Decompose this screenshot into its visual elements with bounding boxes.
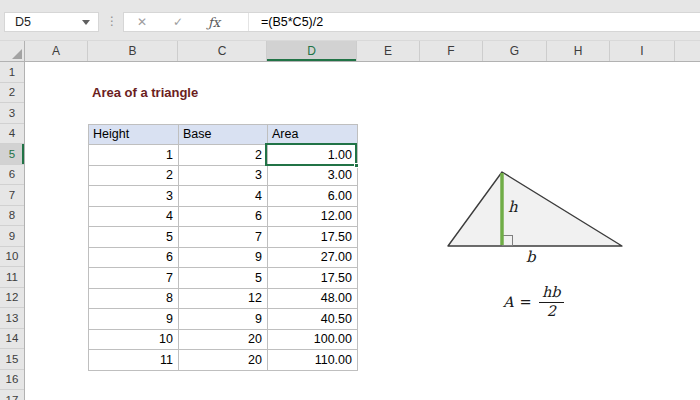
enter-icon[interactable]: ✓ (160, 15, 196, 29)
data-table: HeightBaseArea121.00233.00346.004612.005… (88, 124, 358, 371)
table-header-cell[interactable]: Area (268, 125, 358, 146)
table-cell[interactable]: 6 (179, 207, 268, 228)
table-cell[interactable]: 8 (89, 289, 179, 310)
table-row: 1020100.00 (89, 330, 358, 351)
table-cell[interactable]: 2 (179, 145, 268, 166)
triangle-diagram[interactable] (440, 165, 635, 253)
row-header-14[interactable]: 14 (0, 329, 24, 350)
table-row: 9940.50 (89, 309, 358, 330)
table-cell[interactable]: 17.50 (268, 268, 358, 289)
column-header-partial[interactable] (675, 41, 700, 61)
row-header-2[interactable]: 2 (0, 83, 24, 104)
table-cell[interactable]: 12.00 (268, 207, 358, 228)
formula-numerator: hb (539, 285, 564, 302)
table-cell[interactable]: 1.00 (268, 145, 358, 166)
table-cell[interactable]: 7 (179, 227, 268, 248)
row-header-1[interactable]: 1 (0, 62, 24, 83)
area-formula[interactable]: A = hb 2 (503, 285, 564, 320)
table-cell[interactable]: 9 (179, 309, 268, 330)
table-cell[interactable]: 20 (179, 330, 268, 351)
column-headers: ABCDEFGHI (0, 41, 700, 62)
table-row: 346.00 (89, 186, 358, 207)
row-header-5[interactable]: 5 (0, 144, 24, 165)
table-row: 81248.00 (89, 289, 358, 310)
worksheet-grid[interactable]: 1234567891011121314151617 Area of a tria… (0, 62, 700, 400)
row-header-15[interactable]: 15 (0, 349, 24, 370)
fill-handle[interactable] (354, 163, 359, 168)
formula-input-area: ✕ ✓ ƒx =(B5*C5)/2 (123, 12, 700, 32)
table-cell[interactable]: 20 (179, 350, 268, 371)
table-header-cell[interactable]: Base (179, 125, 268, 146)
name-box-dropdown-icon[interactable] (82, 20, 90, 25)
row-header-10[interactable]: 10 (0, 247, 24, 268)
table-row: 1120110.00 (89, 350, 358, 371)
table-cell[interactable]: 6 (89, 248, 179, 269)
column-header-I[interactable]: I (610, 41, 675, 61)
table-row: 7517.50 (89, 268, 358, 289)
name-box[interactable]: D5 (4, 12, 99, 32)
cell-reference: D5 (5, 15, 82, 29)
row-header-17[interactable]: 17 (0, 390, 24, 400)
row-header-12[interactable]: 12 (0, 288, 24, 309)
row-header-9[interactable]: 9 (0, 226, 24, 247)
column-header-C[interactable]: C (178, 41, 267, 61)
table-row: 121.00 (89, 145, 358, 166)
row-header-11[interactable]: 11 (0, 267, 24, 288)
column-header-H[interactable]: H (547, 41, 610, 61)
table-row: 6927.00 (89, 248, 358, 269)
row-header-4[interactable]: 4 (0, 124, 24, 145)
table-cell[interactable]: 27.00 (268, 248, 358, 269)
formula-lhs: A (503, 294, 513, 310)
column-header-F[interactable]: F (420, 41, 483, 61)
table-cell[interactable]: 2 (89, 166, 179, 187)
column-header-A[interactable]: A (25, 41, 88, 61)
table-row: 5717.50 (89, 227, 358, 248)
table-cell[interactable]: 9 (89, 309, 179, 330)
formula-input[interactable]: =(B5*C5)/2 (249, 15, 323, 29)
table-cell[interactable]: 4 (89, 207, 179, 228)
row-header-13[interactable]: 13 (0, 308, 24, 329)
table-cell[interactable]: 48.00 (268, 289, 358, 310)
table-cell[interactable]: 17.50 (268, 227, 358, 248)
table-cell[interactable]: 11 (89, 350, 179, 371)
height-label: h (508, 198, 518, 216)
formula-denominator: 2 (539, 302, 564, 320)
row-headers: 1234567891011121314151617 (0, 62, 25, 400)
insert-function-icon[interactable]: ƒx (196, 15, 232, 30)
table-cell[interactable]: 12 (179, 289, 268, 310)
select-all-corner[interactable] (0, 41, 25, 61)
dots-separator-icon: ⋮ (104, 12, 120, 32)
row-header-8[interactable]: 8 (0, 206, 24, 227)
row-header-3[interactable]: 3 (0, 103, 24, 124)
table-cell[interactable]: 10 (89, 330, 179, 351)
table-cell[interactable]: 110.00 (268, 350, 358, 371)
sheet-title[interactable]: Area of a triangle (92, 83, 198, 104)
table-row: 4612.00 (89, 207, 358, 228)
table-cell[interactable]: 3.00 (268, 166, 358, 187)
table-cell[interactable]: 9 (179, 248, 268, 269)
formula-bar: D5 ⋮ ✕ ✓ ƒx =(B5*C5)/2 (0, 0, 700, 41)
table-cell[interactable]: 4 (179, 186, 268, 207)
table-header-cell[interactable]: Height (89, 125, 179, 146)
table-cell[interactable]: 6.00 (268, 186, 358, 207)
table-header-row: HeightBaseArea (89, 125, 358, 146)
column-header-E[interactable]: E (357, 41, 420, 61)
table-cell[interactable]: 5 (89, 227, 179, 248)
row-header-16[interactable]: 16 (0, 370, 24, 391)
base-label: b (526, 248, 536, 266)
table-cell[interactable]: 40.50 (268, 309, 358, 330)
table-cell[interactable]: 5 (179, 268, 268, 289)
table-cell[interactable]: 7 (89, 268, 179, 289)
formula-fraction: hb 2 (539, 285, 564, 320)
table-cell[interactable]: 3 (89, 186, 179, 207)
table-row: 233.00 (89, 166, 358, 187)
row-header-6[interactable]: 6 (0, 165, 24, 186)
column-header-G[interactable]: G (483, 41, 547, 61)
row-header-7[interactable]: 7 (0, 185, 24, 206)
column-header-B[interactable]: B (88, 41, 178, 61)
cancel-icon[interactable]: ✕ (124, 15, 160, 29)
table-cell[interactable]: 100.00 (268, 330, 358, 351)
column-header-D[interactable]: D (267, 41, 357, 61)
table-cell[interactable]: 3 (179, 166, 268, 187)
table-cell[interactable]: 1 (89, 145, 179, 166)
